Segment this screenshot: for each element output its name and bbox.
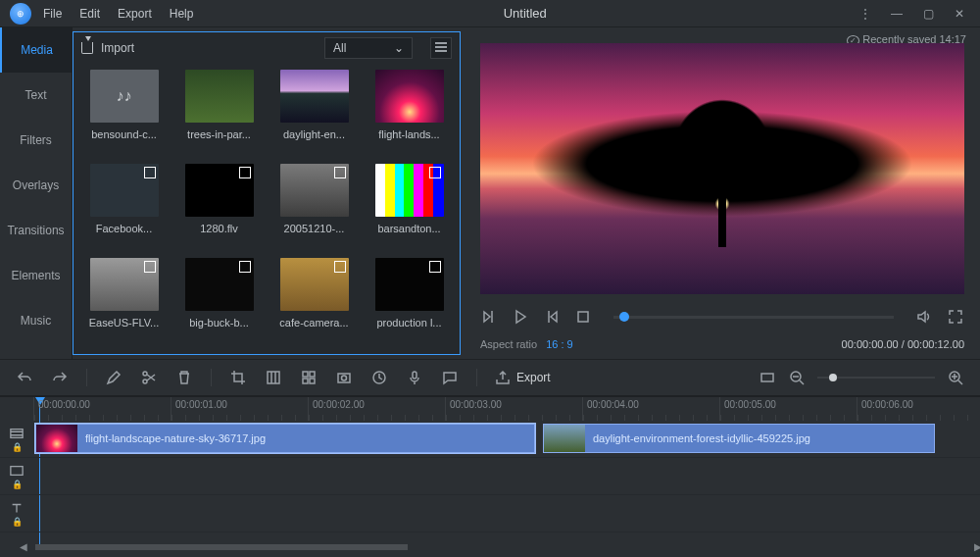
media-item[interactable]: flight-lands...: [363, 70, 456, 158]
svg-rect-12: [761, 374, 773, 381]
menu-help[interactable]: Help: [170, 7, 194, 21]
preview-canvas[interactable]: [480, 43, 964, 294]
overlay-track[interactable]: [33, 458, 980, 495]
video-track-head[interactable]: 🔒: [0, 421, 33, 458]
scrollbar-thumb[interactable]: [35, 544, 408, 550]
delete-button[interactable]: [175, 369, 193, 386]
tab-filters[interactable]: Filters: [0, 118, 72, 163]
video-badge-icon: [239, 261, 251, 273]
minimize-button[interactable]: —: [888, 7, 906, 21]
horizontal-scrollbar[interactable]: ◀ ▶: [35, 541, 966, 553]
overlay-track-head[interactable]: 🔒: [0, 458, 33, 495]
svg-point-2: [143, 380, 147, 383]
crop-button[interactable]: [229, 369, 247, 386]
mosaic-button[interactable]: [300, 369, 318, 386]
media-item[interactable]: barsandton...: [363, 164, 456, 252]
video-thumb: [90, 164, 159, 217]
video-thumb: [375, 258, 444, 311]
video-badge-icon: [144, 261, 156, 273]
tab-overlays[interactable]: Overlays: [0, 163, 72, 208]
zoom-out-button[interactable]: [788, 369, 806, 386]
fullscreen-button[interactable]: [947, 308, 964, 326]
preview-image: [480, 43, 964, 294]
timeline-clip[interactable]: daylight-environment-forest-idyllic-4592…: [543, 424, 935, 453]
svg-rect-4: [303, 372, 308, 377]
media-item[interactable]: Facebook...: [77, 164, 171, 252]
tab-music[interactable]: Music: [0, 298, 72, 343]
voiceover-button[interactable]: [406, 369, 423, 386]
timeline-clip[interactable]: flight-landscape-nature-sky-36717.jpg: [35, 424, 535, 453]
video-badge-icon: [429, 167, 441, 178]
media-item[interactable]: bensound-c...: [77, 70, 171, 158]
menu-file[interactable]: File: [43, 7, 62, 21]
zoom-fit-button[interactable]: [759, 369, 776, 386]
prev-frame-button[interactable]: [480, 308, 498, 326]
tab-transitions[interactable]: Transitions: [0, 208, 72, 253]
media-item[interactable]: 1280.flv: [172, 164, 266, 252]
media-item[interactable]: 20051210-...: [268, 164, 361, 252]
scroll-left-icon[interactable]: ◀: [20, 541, 27, 552]
svg-point-1: [143, 372, 147, 376]
menu-edit[interactable]: Edit: [79, 7, 100, 21]
media-item[interactable]: EaseUS-FLV...: [77, 258, 171, 346]
tab-text[interactable]: Text: [0, 73, 72, 118]
menu-export[interactable]: Export: [118, 7, 152, 21]
tab-elements[interactable]: Elements: [0, 253, 72, 298]
zoom-handle[interactable]: [829, 374, 837, 381]
lock-icon[interactable]: 🔒: [12, 480, 23, 489]
export-button[interactable]: Export: [495, 370, 551, 385]
svg-rect-6: [303, 379, 308, 383]
media-item[interactable]: trees-in-par...: [172, 70, 266, 158]
duration-button[interactable]: [370, 369, 388, 386]
lock-icon[interactable]: 🔒: [12, 442, 23, 452]
sidebar: Media Text Filters Overlays Transitions …: [0, 27, 73, 359]
video-track[interactable]: flight-landscape-nature-sky-36717.jpg da…: [33, 421, 980, 458]
text-track[interactable]: [33, 495, 980, 532]
video-badge-icon: [334, 167, 346, 178]
import-label: Import: [101, 41, 134, 55]
video-thumb: [375, 164, 444, 217]
tab-media[interactable]: Media: [0, 27, 72, 73]
export-label: Export: [516, 371, 551, 384]
redo-button[interactable]: [51, 369, 69, 386]
clip-thumb: [544, 425, 585, 452]
scroll-right-icon[interactable]: ▶: [974, 541, 980, 552]
play-button[interactable]: [512, 308, 529, 326]
close-button[interactable]: ✕: [951, 7, 968, 21]
split-button[interactable]: [140, 369, 158, 386]
text-track-head[interactable]: 🔒: [0, 495, 33, 532]
clip-thumb: [36, 425, 77, 452]
time-ruler[interactable]: 00:00:00.00 00:00:01.00 00:00:02.00 00:0…: [33, 397, 980, 421]
snapshot-button[interactable]: [335, 369, 353, 386]
edit-pencil-button[interactable]: [105, 369, 122, 386]
media-item[interactable]: production l...: [363, 258, 456, 346]
media-item[interactable]: cafe-camera...: [268, 258, 361, 346]
media-item[interactable]: big-buck-b...: [172, 258, 266, 346]
svg-rect-15: [11, 429, 23, 437]
category-select[interactable]: All ⌄: [324, 37, 413, 59]
svg-rect-3: [268, 372, 279, 383]
ruler-mark: 00:00:00.00: [33, 397, 171, 421]
zoom-in-button[interactable]: [947, 369, 964, 386]
stop-button[interactable]: [574, 308, 592, 326]
preview-panel: Aspect ratio 16 : 9 00:00:00.00 / 00:00:…: [465, 27, 980, 359]
window-title: Untitled: [193, 6, 857, 21]
zoom-frame-button[interactable]: [265, 369, 282, 386]
media-item[interactable]: daylight-en...: [268, 70, 361, 158]
volume-button[interactable]: [915, 308, 933, 326]
seek-slider[interactable]: [613, 316, 894, 319]
ruler-mark: 00:00:01.00: [171, 397, 308, 421]
zoom-slider[interactable]: [817, 377, 935, 379]
speech-button[interactable]: [441, 369, 459, 386]
undo-button[interactable]: [16, 369, 33, 386]
settings-icon[interactable]: ⋮: [857, 7, 874, 21]
maximize-button[interactable]: ▢: [919, 7, 937, 21]
aspect-value[interactable]: 16 : 9: [546, 338, 573, 350]
import-button[interactable]: Import: [81, 41, 134, 55]
seek-handle[interactable]: [619, 312, 629, 322]
list-view-toggle[interactable]: [430, 37, 452, 59]
lock-icon[interactable]: 🔒: [12, 517, 23, 527]
audio-thumb: [90, 70, 159, 123]
text-track-icon: [10, 501, 24, 515]
next-frame-button[interactable]: [543, 308, 561, 326]
